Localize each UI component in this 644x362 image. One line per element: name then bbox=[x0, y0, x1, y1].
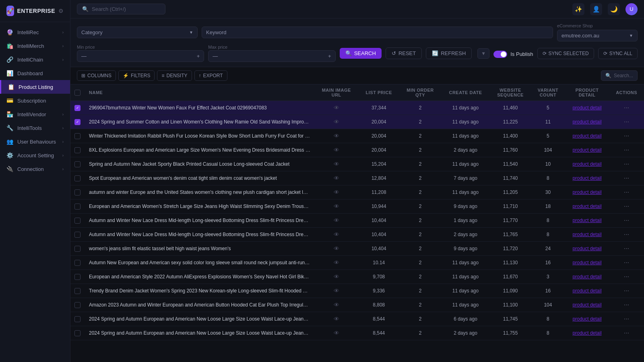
row-actions-menu[interactable]: ··· bbox=[622, 315, 631, 323]
publish-toggle[interactable] bbox=[493, 51, 507, 58]
eye-icon[interactable]: 👁 bbox=[334, 302, 339, 308]
row-checkbox[interactable] bbox=[74, 119, 80, 125]
row-checkbox[interactable] bbox=[74, 133, 80, 139]
row-actions-menu[interactable]: ··· bbox=[622, 216, 631, 224]
product-detail-link[interactable]: product detail bbox=[573, 246, 602, 251]
eye-icon[interactable]: 👁 bbox=[334, 189, 339, 195]
row-checkbox[interactable] bbox=[74, 189, 80, 195]
row-actions-menu[interactable]: ··· bbox=[622, 286, 631, 295]
eye-icon[interactable]: 👁 bbox=[334, 259, 339, 266]
row-actions-menu[interactable]: ··· bbox=[622, 174, 631, 182]
eye-icon[interactable]: 👁 bbox=[334, 175, 339, 181]
settings-icon[interactable]: ⚙ bbox=[58, 8, 64, 14]
user-avatar[interactable]: U bbox=[625, 3, 638, 15]
eye-icon[interactable]: 👁 bbox=[334, 161, 339, 167]
table-search[interactable]: 🔍 Search... bbox=[601, 70, 638, 81]
sidebar-item-account-setting[interactable]: ⚙️ Account Setting › bbox=[0, 148, 70, 162]
eye-icon[interactable]: 👁 bbox=[334, 147, 339, 153]
row-actions-menu[interactable]: ··· bbox=[622, 202, 631, 210]
user-settings-icon-btn[interactable]: 👤 bbox=[590, 3, 602, 15]
filters-button[interactable]: ⚡ FILTERS bbox=[118, 70, 155, 81]
product-detail-link[interactable]: product detail bbox=[573, 260, 602, 265]
shop-select[interactable]: emutree.com.au ▼ bbox=[557, 30, 638, 41]
sidebar-item-product-listing[interactable]: 📋 Product Listing bbox=[0, 80, 70, 94]
filter-chevron[interactable]: ▼ bbox=[477, 48, 489, 59]
sidebar-item-intellimerch[interactable]: 🛍️ IntelliMerch › bbox=[0, 39, 70, 53]
columns-button[interactable]: ⊞ COLUMNS bbox=[77, 70, 116, 81]
eye-icon[interactable]: 👁 bbox=[334, 119, 339, 125]
eye-icon[interactable]: 👁 bbox=[334, 274, 339, 280]
search-button[interactable]: 🔍 SEARCH bbox=[340, 48, 382, 59]
product-detail-link[interactable]: product detail bbox=[573, 218, 602, 223]
product-detail-link[interactable]: product detail bbox=[573, 189, 602, 195]
product-detail-link[interactable]: product detail bbox=[573, 105, 602, 111]
sidebar-item-intellirec[interactable]: 🔮 IntelliRec › bbox=[0, 25, 70, 39]
product-detail-link[interactable]: product detail bbox=[573, 330, 602, 336]
eye-icon[interactable]: 👁 bbox=[334, 316, 339, 322]
product-detail-link[interactable]: product detail bbox=[573, 204, 602, 209]
product-detail-link[interactable]: product detail bbox=[573, 133, 602, 139]
row-actions-menu[interactable]: ··· bbox=[622, 132, 631, 140]
product-detail-link[interactable]: product detail bbox=[573, 175, 602, 181]
eye-icon[interactable]: 👁 bbox=[334, 231, 339, 238]
select-all-checkbox[interactable] bbox=[74, 90, 80, 96]
sidebar-item-intellichain[interactable]: 🔗 IntelliChain › bbox=[0, 53, 70, 66]
category-select[interactable]: Category ▼ bbox=[77, 27, 198, 38]
row-checkbox[interactable] bbox=[74, 302, 80, 308]
row-checkbox[interactable] bbox=[74, 175, 80, 181]
eye-icon[interactable]: 👁 bbox=[334, 133, 339, 139]
max-price-input[interactable]: — + bbox=[208, 50, 335, 62]
row-actions-menu[interactable]: ··· bbox=[622, 300, 631, 309]
product-detail-link[interactable]: product detail bbox=[573, 316, 602, 322]
row-actions-menu[interactable]: ··· bbox=[622, 258, 631, 267]
product-detail-link[interactable]: product detail bbox=[573, 119, 602, 125]
eye-icon[interactable]: 👁 bbox=[334, 288, 339, 294]
row-checkbox[interactable] bbox=[74, 316, 80, 322]
sync-selected-button[interactable]: ⟳ SYNC SELECTED bbox=[537, 48, 594, 59]
row-checkbox[interactable] bbox=[74, 288, 80, 294]
eye-icon[interactable]: 👁 bbox=[334, 105, 339, 111]
sidebar-item-dashboard[interactable]: 📊 Dashboard bbox=[0, 66, 70, 80]
row-actions-menu[interactable]: ··· bbox=[622, 272, 631, 281]
row-actions-menu[interactable]: ··· bbox=[622, 329, 631, 337]
moon-icon-btn[interactable]: 🌙 bbox=[608, 3, 620, 15]
sidebar-item-subscription[interactable]: 💳 Subscription bbox=[0, 94, 70, 107]
min-price-input[interactable]: — + bbox=[77, 50, 204, 62]
row-checkbox[interactable] bbox=[74, 218, 80, 224]
product-detail-link[interactable]: product detail bbox=[573, 288, 602, 294]
row-actions-menu[interactable]: ··· bbox=[622, 160, 631, 168]
row-actions-menu[interactable]: ··· bbox=[622, 146, 631, 154]
row-checkbox[interactable] bbox=[74, 274, 80, 280]
reset-button[interactable]: ↺ RESET bbox=[386, 47, 422, 59]
product-detail-link[interactable]: product detail bbox=[573, 232, 602, 237]
sidebar-item-intellitools[interactable]: 🔧 IntelliTools › bbox=[0, 121, 70, 135]
eye-icon[interactable]: 👁 bbox=[334, 330, 339, 336]
eye-icon[interactable]: 👁 bbox=[334, 203, 339, 210]
product-detail-link[interactable]: product detail bbox=[573, 161, 602, 167]
product-detail-link[interactable]: product detail bbox=[573, 302, 602, 308]
row-checkbox[interactable] bbox=[74, 105, 80, 111]
density-button[interactable]: ≡ DENSITY bbox=[157, 70, 192, 81]
row-actions-menu[interactable]: ··· bbox=[622, 244, 631, 253]
eye-icon[interactable]: 👁 bbox=[334, 217, 339, 224]
refresh-button[interactable]: 🔄 REFRESH bbox=[426, 47, 472, 59]
sidebar-item-connection[interactable]: 🔌 Connection › bbox=[0, 162, 70, 176]
keyword-select[interactable]: Keyword bbox=[202, 27, 553, 38]
sidebar-item-user-behaviours[interactable]: 👥 User Behaviours › bbox=[0, 135, 70, 148]
sparkle-icon-btn[interactable]: ✨ bbox=[572, 3, 584, 15]
row-checkbox[interactable] bbox=[74, 147, 80, 153]
row-checkbox[interactable] bbox=[74, 330, 80, 336]
row-checkbox[interactable] bbox=[74, 246, 80, 252]
row-checkbox[interactable] bbox=[74, 260, 80, 266]
eye-icon[interactable]: 👁 bbox=[334, 245, 339, 252]
sidebar-item-intellivendor[interactable]: 🏪 IntelliVendor › bbox=[0, 107, 70, 121]
export-button[interactable]: ↑ EXPORT bbox=[194, 70, 227, 81]
row-actions-menu[interactable]: ··· bbox=[622, 117, 631, 126]
global-search[interactable]: 🔍 Search (Ctrl+/) bbox=[77, 4, 165, 14]
row-actions-menu[interactable]: ··· bbox=[622, 230, 631, 239]
product-detail-link[interactable]: product detail bbox=[573, 147, 602, 153]
product-detail-link[interactable]: product detail bbox=[573, 274, 602, 280]
row-checkbox[interactable] bbox=[74, 204, 80, 210]
row-checkbox[interactable] bbox=[74, 232, 80, 238]
row-actions-menu[interactable]: ··· bbox=[622, 103, 631, 112]
